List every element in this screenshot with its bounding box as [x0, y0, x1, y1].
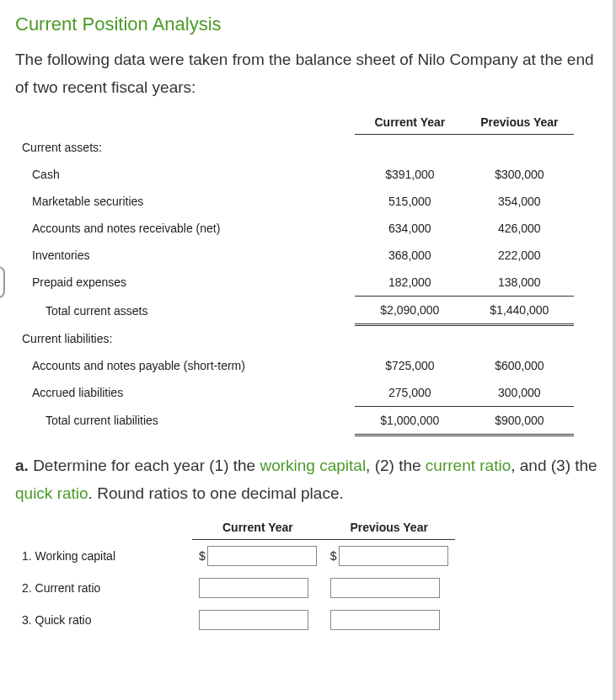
ans-col-previous-year: Previous Year — [324, 516, 455, 540]
question-a: a. Determine for each year (1) the worki… — [15, 452, 597, 508]
row-value-cy: 368,000 — [355, 242, 464, 269]
row-value-py: 354,000 — [464, 188, 574, 215]
ans-label-working-capital: 1. Working capital — [15, 540, 192, 573]
input-quick-ratio-cy[interactable] — [199, 610, 308, 630]
answer-row: 1. Working capital $ $ — [15, 540, 455, 573]
table-row: Inventories 368,000 222,000 — [15, 242, 574, 269]
total-value-py: $900,000 — [464, 406, 574, 435]
q-text: . Round ratios to one decimal place. — [88, 484, 344, 502]
table-row: Accounts and notes payable (short-term) … — [15, 352, 574, 379]
section-row: Current liabilities: — [15, 325, 574, 352]
section-header-assets: Current assets: — [15, 134, 355, 161]
row-value-cy: 182,000 — [355, 269, 464, 297]
row-label: Inventories — [15, 242, 355, 269]
row-label: Marketable securities — [15, 188, 355, 215]
row-label: Accounts and notes receivable (net) — [15, 215, 355, 242]
page-title: Current Position Analysis — [15, 13, 597, 35]
answer-row: 3. Quick ratio — [15, 604, 455, 636]
row-label: Prepaid expenses — [15, 269, 355, 297]
row-value-py: 426,000 — [464, 215, 574, 242]
ans-col-current-year: Current Year — [192, 516, 324, 540]
input-current-ratio-py[interactable] — [330, 578, 440, 598]
ans-label-current-ratio: 2. Current ratio — [15, 572, 192, 604]
row-value-py: 138,000 — [464, 269, 574, 297]
term-working-capital: working capital — [260, 457, 366, 474]
row-value-cy: 634,000 — [355, 215, 464, 242]
row-value-py: 222,000 — [464, 242, 574, 269]
section-header-liabilities: Current liabilities: — [15, 325, 355, 352]
table-row: Marketable securities 515,000 354,000 — [15, 188, 574, 215]
row-value-py: 300,000 — [464, 379, 574, 407]
term-current-ratio: current ratio — [426, 457, 511, 474]
side-tab-notch — [0, 266, 5, 298]
row-value-cy: 515,000 — [355, 188, 464, 215]
total-value-cy: $1,000,000 — [355, 406, 464, 435]
intro-text: The following data were taken from the b… — [15, 45, 597, 102]
total-label: Total current liabilities — [15, 406, 355, 435]
table-header-row: Current Year Previous Year — [15, 110, 574, 135]
section-row: Current assets: — [15, 134, 574, 161]
table-row: Prepaid expenses 182,000 138,000 — [15, 269, 574, 297]
total-row: Total current liabilities $1,000,000 $90… — [15, 406, 574, 435]
row-label: Cash — [15, 161, 355, 188]
q-text: , (2) the — [366, 457, 426, 474]
page-container: Current Position Analysis The following … — [0, 0, 616, 700]
question-prefix: a. — [15, 457, 29, 474]
table-row: Cash $391,000 $300,000 — [15, 161, 574, 188]
row-value-py: $600,000 — [464, 352, 574, 379]
total-row: Total current assets $2,090,000 $1,440,0… — [15, 297, 574, 325]
total-label: Total current assets — [15, 297, 355, 325]
q-text: Determine for each year (1) the — [29, 457, 260, 474]
total-value-cy: $2,090,000 — [355, 297, 464, 325]
q-text: , and (3) the — [511, 457, 597, 474]
dollar-sign: $ — [199, 549, 206, 563]
row-value-cy: $391,000 — [355, 161, 464, 188]
dollar-sign: $ — [330, 549, 337, 563]
row-label: Accrued liabilities — [15, 379, 355, 407]
input-quick-ratio-py[interactable] — [330, 610, 440, 630]
input-working-capital-cy[interactable] — [207, 546, 317, 566]
table-row: Accounts and notes receivable (net) 634,… — [15, 215, 574, 242]
col-header-previous-year: Previous Year — [464, 110, 574, 135]
input-current-ratio-cy[interactable] — [199, 578, 308, 598]
term-quick-ratio: quick ratio — [15, 484, 88, 502]
ans-label-quick-ratio: 3. Quick ratio — [15, 604, 192, 636]
total-value-py: $1,440,000 — [464, 297, 574, 325]
row-label: Accounts and notes payable (short-term) — [15, 352, 355, 379]
row-value-py: $300,000 — [464, 161, 574, 188]
balance-sheet-table: Current Year Previous Year Current asset… — [15, 110, 574, 436]
row-value-cy: 275,000 — [355, 379, 464, 407]
answers-table: Current Year Previous Year 1. Working ca… — [15, 516, 455, 636]
table-row: Accrued liabilities 275,000 300,000 — [15, 379, 574, 407]
answer-row: 2. Current ratio — [15, 572, 455, 604]
row-value-cy: $725,000 — [355, 352, 464, 379]
answers-header-row: Current Year Previous Year — [15, 516, 455, 540]
input-working-capital-py[interactable] — [339, 546, 448, 566]
col-header-current-year: Current Year — [355, 110, 464, 135]
